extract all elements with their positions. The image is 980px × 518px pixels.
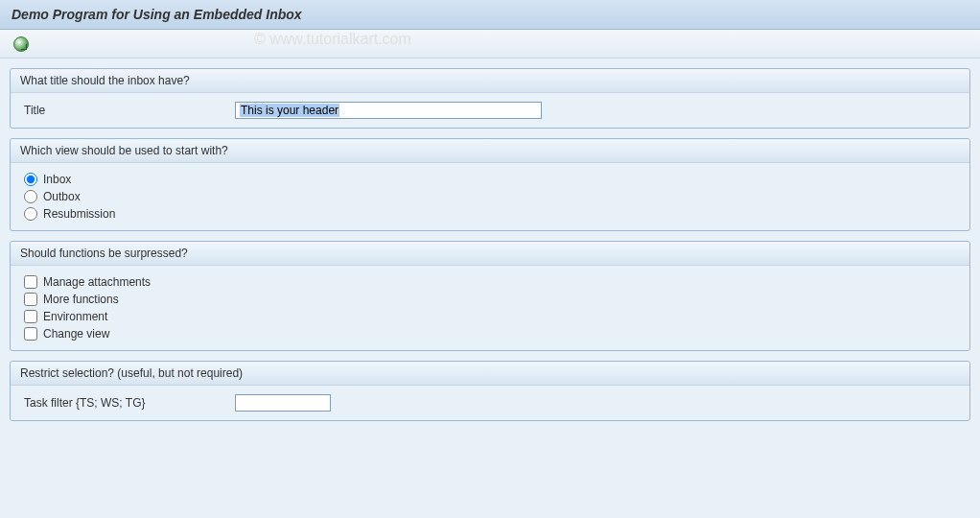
group-suppress: Should functions be surpressed? Manage a… xyxy=(10,241,970,351)
group-view: Which view should be used to start with?… xyxy=(10,138,970,231)
check-changeview-label: Change view xyxy=(43,327,109,341)
title-row: Title This is your header xyxy=(24,102,956,119)
group-restrict-legend: Restrict selection? (useful, but not req… xyxy=(11,362,969,386)
execute-icon[interactable] xyxy=(13,36,29,52)
radio-outbox[interactable]: Outbox xyxy=(24,190,956,203)
task-label: Task filter {TS; WS; TG} xyxy=(24,396,235,410)
radio-inbox-label: Inbox xyxy=(43,173,71,186)
window-title: Demo Program for Using an Embedded Inbox xyxy=(0,0,980,30)
group-restrict: Restrict selection? (useful, but not req… xyxy=(10,361,970,421)
radio-outbox-label: Outbox xyxy=(43,190,81,203)
group-title-legend: What title should the inbox have? xyxy=(11,69,969,93)
check-more-input[interactable] xyxy=(24,293,37,306)
check-changeview-input[interactable] xyxy=(24,327,37,341)
content-area: What title should the inbox have? Title … xyxy=(0,59,980,518)
title-label: Title xyxy=(24,104,235,117)
check-environment[interactable]: Environment xyxy=(24,310,956,323)
check-more-label: More functions xyxy=(43,293,119,306)
check-environment-label: Environment xyxy=(43,310,107,323)
check-attachments-label: Manage attachments xyxy=(43,275,151,289)
check-attachments-input[interactable] xyxy=(24,275,37,289)
radio-outbox-input[interactable] xyxy=(24,190,37,203)
radio-resubmission-input[interactable] xyxy=(24,207,37,221)
group-suppress-legend: Should functions be surpressed? xyxy=(11,242,969,266)
check-more[interactable]: More functions xyxy=(24,293,956,306)
toolbar xyxy=(0,30,980,59)
task-input[interactable] xyxy=(235,394,331,412)
task-row: Task filter {TS; WS; TG} xyxy=(24,394,956,412)
radio-inbox[interactable]: Inbox xyxy=(24,173,956,186)
group-title: What title should the inbox have? Title … xyxy=(10,68,970,129)
check-attachments[interactable]: Manage attachments xyxy=(24,275,956,289)
radio-inbox-input[interactable] xyxy=(24,173,37,186)
radio-resubmission[interactable]: Resubmission xyxy=(24,207,956,221)
group-view-legend: Which view should be used to start with? xyxy=(11,139,969,163)
title-input[interactable]: This is your header xyxy=(235,102,542,119)
check-changeview[interactable]: Change view xyxy=(24,327,956,341)
check-environment-input[interactable] xyxy=(24,310,37,323)
radio-resubmission-label: Resubmission xyxy=(43,207,115,221)
